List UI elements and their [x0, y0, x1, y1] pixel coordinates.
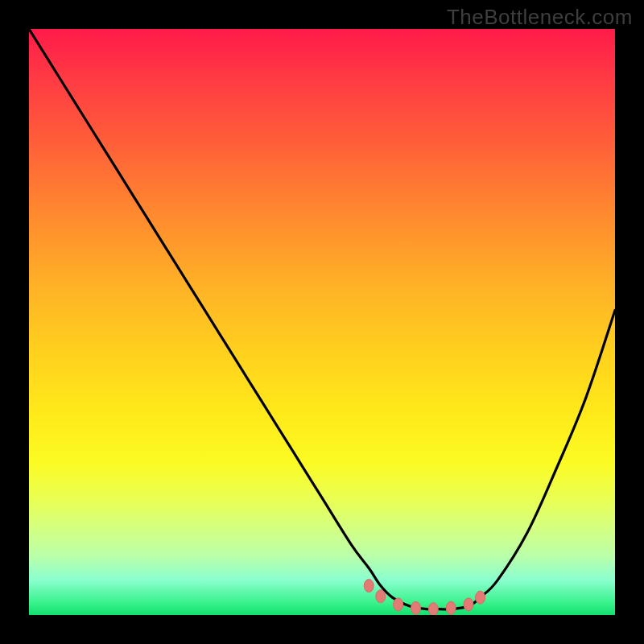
- optimal-marker: [364, 580, 374, 592]
- chart-container: TheBottleneck.com: [0, 0, 644, 644]
- optimal-marker: [376, 590, 386, 603]
- optimal-marker: [394, 598, 403, 611]
- optimal-marker: [411, 601, 420, 614]
- optimal-marker: [464, 598, 473, 611]
- plot-area: [29, 29, 615, 615]
- optimal-marker: [446, 601, 456, 614]
- optimal-marker: [428, 603, 438, 615]
- watermark-text: TheBottleneck.com: [447, 5, 633, 30]
- optimal-marker: [476, 591, 485, 604]
- curve-svg: [29, 29, 615, 615]
- bottleneck-curve: [29, 29, 615, 609]
